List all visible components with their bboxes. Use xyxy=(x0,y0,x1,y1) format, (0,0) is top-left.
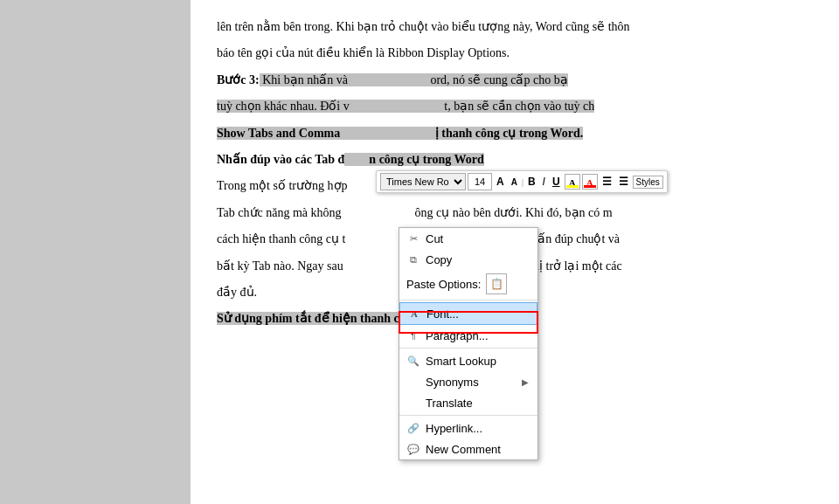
paste-options-label: Paste Options: xyxy=(406,278,481,291)
doc-line-5: Show Tabs and Comma ị thanh công cụ tron… xyxy=(217,124,813,143)
hyperlink-label: Hyperlink... xyxy=(426,422,482,435)
shrink-font-button[interactable]: A xyxy=(509,173,520,190)
grow-font-button[interactable]: A xyxy=(494,173,507,190)
context-menu-item-paste-options: Paste Options: 📋 xyxy=(399,270,537,298)
context-menu-item-font[interactable]: A Font... xyxy=(399,302,537,325)
doc-line-1: lên trên nằm bên trong. Khi bạn trỏ chuộ… xyxy=(217,17,813,37)
smart-lookup-icon: 🔍 xyxy=(406,354,420,368)
context-menu-item-synonyms[interactable]: Synonyms ▶ xyxy=(399,371,537,392)
separator-after-translate xyxy=(399,415,537,416)
context-menu-item-smart-lookup[interactable]: 🔍 Smart Lookup xyxy=(399,350,537,371)
styles-button[interactable]: Styles xyxy=(633,176,663,189)
font-label: Font... xyxy=(426,307,459,321)
underline-button[interactable]: U xyxy=(550,173,563,190)
font-color-button[interactable]: A xyxy=(582,174,598,190)
new-comment-label: New Comment xyxy=(426,443,501,456)
translate-icon xyxy=(406,396,420,410)
font-name-select[interactable]: Times New Ro xyxy=(380,173,466,190)
cut-icon: ✂ xyxy=(406,231,420,245)
doc-line-1-text: lên trên nằm bên trong. Khi bạn trỏ chuộ… xyxy=(217,20,630,33)
doc-line-6-bold: Nhấn đúp vào các Tab đ xyxy=(217,153,344,166)
italic-button[interactable]: I xyxy=(540,173,548,190)
context-menu-item-copy[interactable]: ⧉ Copy xyxy=(399,249,537,270)
mini-toolbar: Times New Ro A A | B I U A A ☰ ☰ Styles xyxy=(376,170,668,193)
doc-line-11-text: đầy đủ. xyxy=(217,286,257,299)
context-menu-item-cut[interactable]: ✂ Cut xyxy=(399,228,537,249)
doc-line-8: Tab chức năng mà không ông cụ nào bên dư… xyxy=(217,204,813,223)
cut-label: Cut xyxy=(426,232,443,245)
separator-1: | xyxy=(522,177,524,187)
hyperlink-icon: 🔗 xyxy=(406,421,420,435)
doc-line-3-bold: Bước 3: xyxy=(217,73,260,86)
new-comment-icon: 💬 xyxy=(406,442,420,456)
left-sidebar xyxy=(0,0,191,504)
doc-line-4: tuỳ chọn khác nhau. Đối v t, bạn sẽ cần … xyxy=(217,97,813,116)
context-menu-item-new-comment[interactable]: 💬 New Comment xyxy=(399,438,537,459)
doc-line-6: Nhấn đúp vào các Tab đ n công cụ trong W… xyxy=(217,150,813,169)
separator-after-paragraph xyxy=(399,348,537,349)
doc-line-4-text: tuỳ chọn khác nhau. Đối v t, bạn sẽ cần … xyxy=(217,100,594,113)
bold-button[interactable]: B xyxy=(525,173,538,190)
doc-line-2-text: báo tên gọi của nút điều khiển là Ribbon… xyxy=(217,46,510,59)
font-size-input[interactable] xyxy=(468,173,492,190)
doc-line-5-text: Show Tabs and Comma ị thanh công cụ tron… xyxy=(217,127,583,140)
context-menu-item-hyperlink[interactable]: 🔗 Hyperlink... xyxy=(399,418,537,438)
bullets-button[interactable]: ☰ xyxy=(600,173,614,190)
paragraph-label: Paragraph... xyxy=(426,329,489,342)
doc-line-3: Bước 3: Khi bạn nhấn và ord, nó sẽ cung … xyxy=(217,71,813,90)
numbering-button[interactable]: ☰ xyxy=(616,173,631,190)
smart-lookup-label: Smart Lookup xyxy=(426,355,496,368)
doc-line-3-text: Khi bạn nhấn và ord, nó sẽ cung cấp cho … xyxy=(260,73,568,86)
highlight-color-button[interactable]: A xyxy=(565,174,580,190)
synonyms-label: Synonyms xyxy=(426,376,479,389)
paste-keep-source[interactable]: 📋 xyxy=(486,273,507,294)
separator-after-paste xyxy=(399,300,537,300)
copy-label: Copy xyxy=(426,253,452,266)
doc-line-2: báo tên gọi của nút điều khiển là Ribbon… xyxy=(217,44,813,63)
copy-icon: ⧉ xyxy=(406,252,420,266)
context-menu-item-paragraph[interactable]: ¶ Paragraph... xyxy=(399,325,537,346)
doc-line-8-text: Tab chức năng mà không ông cụ nào bên dư… xyxy=(217,206,613,219)
context-menu: ✂ Cut ⧉ Copy Paste Options: 📋 A Font... … xyxy=(399,227,538,460)
context-menu-item-translate[interactable]: Translate xyxy=(399,392,537,413)
doc-line-6-suffix: n công cụ trong Word xyxy=(344,153,483,166)
translate-label: Translate xyxy=(426,397,473,410)
synonyms-icon xyxy=(406,375,420,389)
synonyms-arrow: ▶ xyxy=(522,377,529,387)
paragraph-icon: ¶ xyxy=(406,328,420,342)
font-icon: A xyxy=(407,307,421,321)
